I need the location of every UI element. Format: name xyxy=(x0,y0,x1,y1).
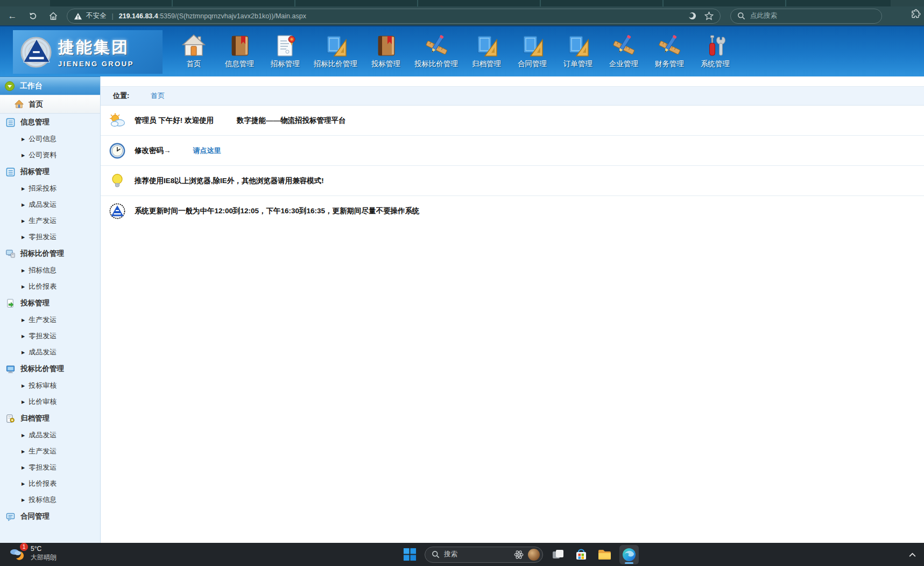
triangle-bullet-icon: ▶ xyxy=(22,318,25,323)
sidebar-subitem-23[interactable]: ▶零担发运 xyxy=(0,459,100,476)
pencilruler-icon xyxy=(425,34,448,58)
file-explorer-icon[interactable] xyxy=(596,547,612,563)
browser-search-box[interactable]: 点此搜索 xyxy=(730,9,882,24)
extensions-puzzle-icon[interactable] xyxy=(910,9,921,22)
content-row-text: 系统更新时间一般为中午12:00到12:05，下午16:30到16:35，更新期… xyxy=(135,206,420,216)
home-icon[interactable] xyxy=(45,9,61,24)
sidebar-subitem-6[interactable]: ▶招采投标 xyxy=(0,180,100,197)
url-path: :5359/(S(hztmnpqrnzvhajv1avx2b1ko))/Main… xyxy=(158,12,306,20)
content-row-1: 管理员 下午好! 欢迎使用数字捷能——物流招投标管理平台 xyxy=(101,106,924,136)
triangle-bullet-icon: ▶ xyxy=(22,465,25,470)
windows-taskbar: 1 5°C 大部晴朗 搜索 xyxy=(0,543,924,566)
triangle-bullet-icon: ▶ xyxy=(22,268,25,273)
table-icon xyxy=(6,118,15,127)
content-row-4: 系统更新时间一般为中午12:00到12:05，下午16:30到16:35，更新期… xyxy=(101,196,924,226)
edge-swirl-icon[interactable] xyxy=(688,11,697,20)
sidebar-subitem-22[interactable]: ▶生产发运 xyxy=(0,443,100,459)
nav-item-label: 归档管理 xyxy=(472,59,501,69)
sidebar-section-5[interactable]: 招标管理 xyxy=(0,163,100,180)
search-highlight-avatar xyxy=(528,549,540,561)
sidebar-section-10[interactable]: 招标比价管理 xyxy=(0,245,100,262)
search-highlight-atom-icon xyxy=(514,550,524,560)
nav-item-label: 招标管理 xyxy=(271,59,300,69)
taskbar-weather-widget[interactable]: 1 5°C 大部晴朗 xyxy=(9,545,57,562)
nav-item-9[interactable]: 订单管理 xyxy=(561,34,595,69)
sidebar-subitem-18[interactable]: ▶投标审核 xyxy=(0,378,100,394)
sidebar-subitem-11[interactable]: ▶招标信息 xyxy=(0,262,100,278)
url-host: 219.146.83.4 xyxy=(119,12,158,20)
edge-browser-icon[interactable] xyxy=(619,545,639,564)
nav-item-5[interactable]: 投标管理 xyxy=(369,34,403,69)
chat-icon xyxy=(6,512,15,521)
sidebar-subitem-3[interactable]: ▶公司信息 xyxy=(0,131,100,147)
sidebar-workbench-bar[interactable]: 工作台 xyxy=(0,76,100,95)
breadcrumb-link-home[interactable]: 首页 xyxy=(151,91,165,101)
content-row-text: 管理员 下午好! 欢迎使用 xyxy=(135,116,214,125)
content-row-link[interactable]: 请点这里 xyxy=(193,146,221,156)
browser-search-placeholder: 点此搜索 xyxy=(750,11,777,20)
nav-item-11[interactable]: 财务管理 xyxy=(652,34,687,69)
nav-item-1[interactable]: 首页 xyxy=(177,34,211,69)
refresh-icon[interactable] xyxy=(25,9,41,24)
triangle-bullet-icon: ▶ xyxy=(22,235,25,240)
triangle-bullet-icon: ▶ xyxy=(22,433,25,438)
sidebar-section-20[interactable]: 归档管理 xyxy=(0,410,100,427)
pencilruler-icon xyxy=(658,34,681,58)
nav-item-label: 首页 xyxy=(187,59,201,69)
nav-item-7[interactable]: 归档管理 xyxy=(469,34,504,69)
microsoft-store-icon[interactable] xyxy=(573,547,589,563)
sidebar-item-home[interactable]: 首页 xyxy=(0,95,100,114)
triangle-bullet-icon: ▶ xyxy=(22,202,25,207)
back-icon[interactable]: ← xyxy=(4,9,20,24)
sidebar-subitem-15[interactable]: ▶零担发运 xyxy=(0,328,100,344)
nav-item-label: 系统管理 xyxy=(701,59,730,69)
sidebar-subitem-12[interactable]: ▶比价报表 xyxy=(0,278,100,295)
sidebar-subitem-25[interactable]: ▶投标信息 xyxy=(0,492,100,508)
clock-icon xyxy=(109,143,125,159)
nav-item-4[interactable]: 招标比价管理 xyxy=(314,34,357,69)
sidebar-subitem-7[interactable]: ▶成品发运 xyxy=(0,197,100,213)
nav-item-label: 投标管理 xyxy=(371,59,400,69)
logo-title: 捷能集团 xyxy=(58,37,134,59)
triangle-bullet-icon: ▶ xyxy=(22,284,25,289)
nav-item-8[interactable]: 合同管理 xyxy=(515,34,549,69)
nav-item-3[interactable]: 招标管理 xyxy=(268,34,302,69)
book-icon xyxy=(374,34,398,58)
taskbar-search-label: 搜索 xyxy=(444,550,457,559)
security-label[interactable]: 不安全 xyxy=(86,11,107,20)
browser-tab-strip[interactable] xyxy=(0,0,924,6)
sidebar-subitem-9[interactable]: ▶零担发运 xyxy=(0,229,100,245)
sidebar-section-13[interactable]: 投标管理 xyxy=(0,295,100,312)
house-icon xyxy=(182,34,206,58)
nav-item-2[interactable]: 信息管理 xyxy=(222,34,257,69)
nav-item-label: 投标比价管理 xyxy=(414,59,458,69)
sidebar-subitem-16[interactable]: ▶成品发运 xyxy=(0,344,100,360)
setsquare-icon xyxy=(324,34,348,58)
sidebar-subitem-21[interactable]: ▶成品发运 xyxy=(0,427,100,443)
sidebar-subitem-8[interactable]: ▶生产发运 xyxy=(0,213,100,229)
setsquare-icon xyxy=(520,34,544,58)
sidebar-section-2[interactable]: 信息管理 xyxy=(0,114,100,131)
sidebar-subitem-24[interactable]: ▶比价报表 xyxy=(0,476,100,492)
nav-item-10[interactable]: 企业管理 xyxy=(606,34,641,69)
address-bar[interactable]: 不安全 | 219.146.83.4:5359/(S(hztmnpqrnzvha… xyxy=(67,9,721,24)
content-row-text: 修改密码→ xyxy=(135,146,171,156)
taskbar-search-box[interactable]: 搜索 xyxy=(425,547,543,563)
sidebar-subitem-19[interactable]: ▶比价审核 xyxy=(0,394,100,410)
nav-item-label: 财务管理 xyxy=(655,59,684,69)
sidebar-section-26[interactable]: 合同管理 xyxy=(0,508,100,525)
taskbar-search-icon xyxy=(432,550,440,558)
sidebar-subitem-14[interactable]: ▶生产发运 xyxy=(0,312,100,328)
nav-item-6[interactable]: 投标比价管理 xyxy=(414,34,458,69)
breadcrumb: 位置: 首页 xyxy=(101,86,924,106)
tray-show-hidden-icon[interactable] xyxy=(908,550,916,560)
content-row-2: 修改密码→请点这里 xyxy=(101,136,924,166)
nav-item-label: 企业管理 xyxy=(609,59,638,69)
start-button[interactable] xyxy=(401,547,418,563)
monitor-icon xyxy=(6,365,15,374)
nav-item-12[interactable]: 系统管理 xyxy=(698,34,732,69)
favorites-star-icon[interactable] xyxy=(704,11,714,20)
sidebar-section-17[interactable]: 投标比价管理 xyxy=(0,360,100,378)
task-view-icon[interactable] xyxy=(550,547,566,563)
sidebar-subitem-4[interactable]: ▶公司资料 xyxy=(0,147,100,163)
